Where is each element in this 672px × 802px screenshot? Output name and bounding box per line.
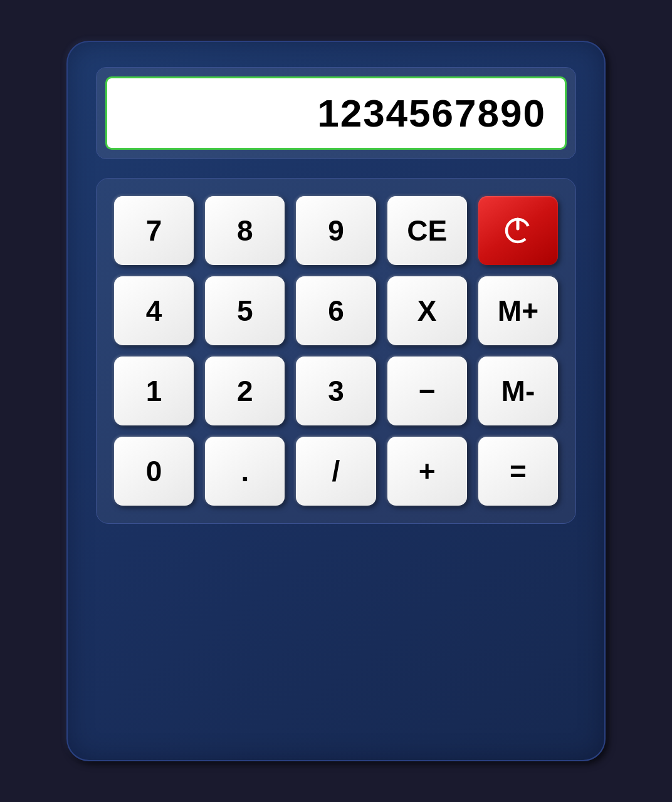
btn-5[interactable]: 5 xyxy=(205,276,285,345)
btn-2[interactable]: 2 xyxy=(205,357,285,425)
btn-minus[interactable]: − xyxy=(387,357,467,425)
btn-dot[interactable]: . xyxy=(205,437,285,506)
btn-6[interactable]: 6 xyxy=(296,276,375,345)
btn-0[interactable]: 0 xyxy=(114,437,194,506)
btn-7[interactable]: 7 xyxy=(114,196,194,265)
display: 1234567890 xyxy=(105,76,567,150)
btn-mplus[interactable]: M+ xyxy=(478,276,558,345)
key-row-4: 0 . / + = xyxy=(114,437,558,506)
btn-ce[interactable]: CE xyxy=(387,196,467,265)
btn-multiply[interactable]: X xyxy=(387,276,467,345)
key-row-1: 7 8 9 CE xyxy=(114,196,558,265)
btn-divide[interactable]: / xyxy=(296,437,375,506)
btn-1[interactable]: 1 xyxy=(114,357,194,425)
btn-9[interactable]: 9 xyxy=(296,196,375,265)
btn-mminus[interactable]: M- xyxy=(478,357,558,425)
btn-3[interactable]: 3 xyxy=(296,357,375,425)
display-wrapper: 1234567890 xyxy=(96,67,576,159)
btn-8[interactable]: 8 xyxy=(205,196,285,265)
key-row-3: 1 2 3 − M- xyxy=(114,357,558,425)
keypad: 7 8 9 CE 4 5 6 X M+ 1 2 3 − M- xyxy=(96,178,576,524)
btn-plus[interactable]: + xyxy=(387,437,467,506)
btn-power[interactable] xyxy=(478,196,558,265)
btn-equals[interactable]: = xyxy=(478,437,558,506)
calculator: 1234567890 7 8 9 CE 4 5 6 X M+ xyxy=(66,41,606,761)
btn-4[interactable]: 4 xyxy=(114,276,194,345)
power-icon xyxy=(501,214,535,247)
key-row-2: 4 5 6 X M+ xyxy=(114,276,558,345)
display-value: 1234567890 xyxy=(317,91,546,135)
